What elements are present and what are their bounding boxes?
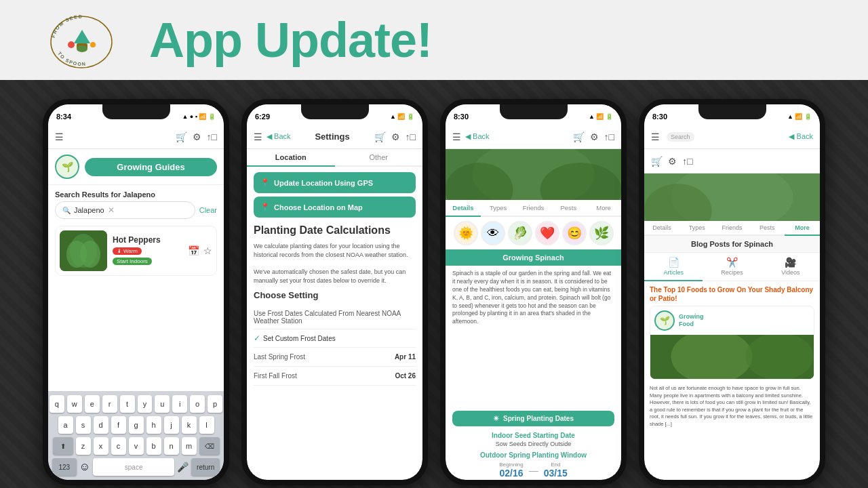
time-4: 8:30: [652, 113, 667, 121]
logo: FROM SEED TO SPOON: [41, 6, 122, 74]
share-icon-2[interactable]: ↑□: [406, 131, 416, 142]
tab-articles[interactable]: 📄 Articles: [644, 253, 703, 281]
back-button-3[interactable]: ◀ Back: [465, 132, 490, 141]
kb-f[interactable]: f: [111, 416, 126, 434]
hamburger-icon-4[interactable]: ☰: [651, 131, 660, 142]
kb-shift[interactable]: ⬆: [53, 437, 73, 455]
calendar-icon[interactable]: 📅: [188, 245, 199, 256]
svg-text:TO SPOON: TO SPOON: [57, 51, 87, 66]
emoji-sun[interactable]: 🌞: [454, 221, 478, 245]
share-icon-4[interactable]: ↑□: [682, 156, 692, 167]
share-icon-1[interactable]: ↑□: [207, 131, 217, 142]
kb-v[interactable]: v: [129, 437, 144, 455]
tab-location[interactable]: Location: [247, 149, 335, 167]
kb-k[interactable]: k: [182, 416, 197, 434]
back-button-2[interactable]: ◀ Back: [267, 132, 291, 141]
kb-o[interactable]: o: [190, 395, 205, 413]
star-icon[interactable]: ☆: [203, 245, 212, 256]
tab-recipes[interactable]: ✂️ Recipes: [703, 253, 761, 281]
kb-x[interactable]: x: [94, 437, 108, 455]
blog-card[interactable]: 🌱 GrowingFood Top 10 Foods to Grow on a …: [650, 306, 814, 380]
kb-a[interactable]: a: [58, 416, 73, 434]
gps-button[interactable]: 📍 Update Location Using GPS: [254, 172, 416, 193]
app-nav-3: ☰ ◀ Back 🛒 ⚙ ↑□: [446, 125, 621, 149]
recipes-icon: ✂️: [726, 257, 738, 268]
cart-icon-4[interactable]: 🛒: [651, 156, 663, 167]
indoor-seed-date: Indoor Seed Starting Date: [446, 429, 621, 441]
kb-i[interactable]: i: [172, 395, 187, 413]
kb-123[interactable]: 123: [52, 458, 77, 476]
kb-n[interactable]: n: [164, 437, 179, 455]
plant-card[interactable]: Hot Peppers 🌡 Warm Start Indoors 📅 ☆: [55, 226, 217, 276]
kb-w[interactable]: w: [67, 395, 82, 413]
kb-z[interactable]: z: [76, 437, 91, 455]
kb-emoji[interactable]: ☺: [79, 461, 90, 473]
sun-icon: ☀: [493, 415, 499, 422]
kb-d[interactable]: d: [94, 416, 108, 434]
option-noaa[interactable]: Use Frost Dates Calculated From Nearest …: [254, 306, 416, 329]
svg-point-21: [746, 335, 814, 379]
kb-g[interactable]: g: [129, 416, 144, 434]
tab-types-3[interactable]: Types: [481, 200, 516, 217]
tab-more-3[interactable]: More: [586, 200, 621, 217]
tab-types-4[interactable]: Types: [679, 221, 715, 236]
hamburger-icon-1[interactable]: ☰: [55, 131, 64, 142]
search-bar-4[interactable]: Search: [667, 132, 694, 142]
kb-y[interactable]: y: [138, 395, 153, 413]
kb-l[interactable]: l: [199, 416, 214, 434]
cart-icon-1[interactable]: 🛒: [176, 131, 187, 142]
settings-icon-3[interactable]: ⚙: [590, 131, 599, 142]
emoji-smiley[interactable]: 😊: [562, 221, 587, 245]
kb-c[interactable]: c: [111, 437, 126, 455]
kb-r[interactable]: r: [102, 395, 117, 413]
cart-icon-2[interactable]: 🛒: [374, 131, 386, 142]
plant-tags: 🌡 Warm Start Indoors: [113, 247, 182, 265]
check-icon: ✓: [254, 333, 260, 343]
settings-icon-4[interactable]: ⚙: [668, 156, 677, 167]
kb-u[interactable]: u: [155, 395, 170, 413]
tab-details-3[interactable]: Details: [446, 200, 481, 217]
gg-title-button[interactable]: Growing Guides: [85, 158, 217, 176]
kb-h[interactable]: h: [146, 416, 161, 434]
map-button[interactable]: 📍 Choose Location on Map: [254, 197, 416, 218]
hamburger-icon-3[interactable]: ☰: [452, 131, 461, 142]
settings-icon-1[interactable]: ⚙: [193, 131, 201, 142]
back-button-4[interactable]: ◀ Back: [789, 132, 813, 141]
emoji-heart[interactable]: ❤️: [535, 221, 559, 245]
search-input-box[interactable]: 🔍 Jalapeno ✕: [55, 201, 195, 219]
tab-pests-3[interactable]: Pests: [551, 200, 586, 217]
settings-icon-2[interactable]: ⚙: [391, 131, 400, 142]
kb-t[interactable]: t: [120, 395, 135, 413]
svg-point-4: [90, 42, 96, 47]
tab-more-4[interactable]: More: [785, 221, 820, 236]
plant-name: Hot Peppers: [113, 235, 182, 245]
search-clear-icon[interactable]: ✕: [108, 205, 115, 215]
videos-label: Videos: [781, 269, 800, 276]
kb-q[interactable]: q: [50, 395, 64, 413]
kb-p[interactable]: p: [208, 395, 222, 413]
clear-button[interactable]: Clear: [199, 206, 217, 214]
tab-friends-4[interactable]: Friends: [715, 221, 750, 236]
tab-pests-4[interactable]: Pests: [749, 221, 785, 236]
kb-b[interactable]: b: [146, 437, 161, 455]
emoji-leaf[interactable]: 🥬: [508, 221, 532, 245]
tab-other[interactable]: Other: [335, 149, 423, 167]
emoji-eye[interactable]: 👁: [481, 221, 505, 245]
kb-e[interactable]: e: [85, 395, 100, 413]
option-custom[interactable]: ✓ Set Custom Frost Dates: [254, 329, 416, 348]
kb-j[interactable]: j: [164, 416, 179, 434]
share-icon-3[interactable]: ↑□: [604, 131, 614, 142]
tab-details-4[interactable]: Details: [644, 221, 679, 236]
kb-return[interactable]: return: [191, 458, 220, 476]
tab-videos[interactable]: 🎥 Videos: [762, 253, 820, 281]
kb-space[interactable]: space: [93, 458, 174, 476]
kb-m[interactable]: m: [182, 437, 197, 455]
emoji-extra[interactable]: 🌿: [589, 221, 614, 245]
fall-frost-label: First Fall Frost: [254, 372, 297, 380]
kb-s[interactable]: s: [76, 416, 91, 434]
kb-mic[interactable]: 🎤: [177, 462, 189, 472]
kb-backspace[interactable]: ⌫: [199, 437, 220, 455]
tab-friends-3[interactable]: Friends: [516, 200, 551, 217]
cart-icon-3[interactable]: 🛒: [573, 131, 585, 142]
hamburger-icon-2[interactable]: ☰: [254, 131, 262, 142]
